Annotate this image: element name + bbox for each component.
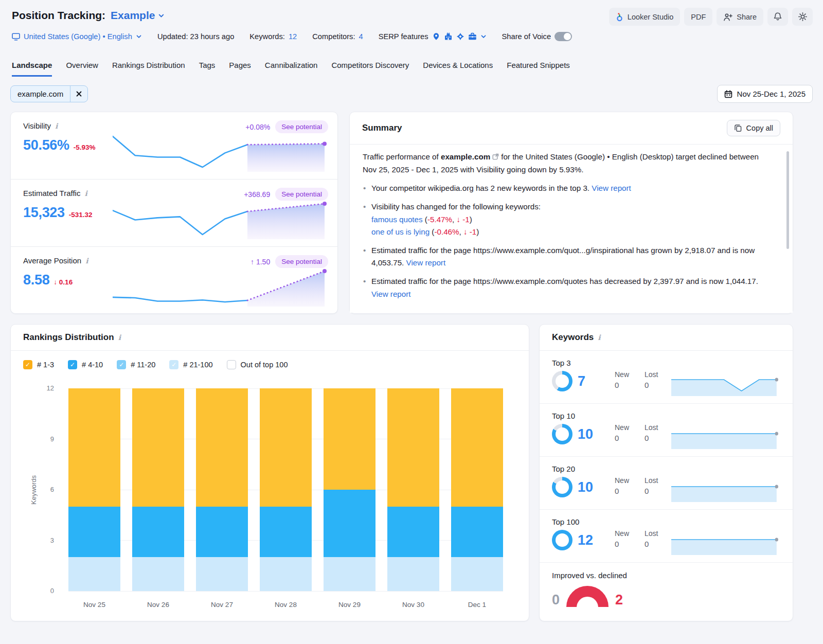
keywords-row-title: Top 10	[552, 412, 615, 420]
new-value: 0	[615, 487, 636, 495]
bar-segment-1-3	[196, 388, 248, 507]
info-icon[interactable]: i	[84, 189, 87, 198]
x-tick-label: Nov 30	[387, 601, 439, 609]
tab-competitors-discovery[interactable]: Competitors Discovery	[331, 61, 409, 77]
bar-segment-4-10	[68, 507, 120, 558]
improved-vs-declined-label: Improved vs. declined	[552, 571, 780, 580]
view-report-link[interactable]: View report	[371, 290, 411, 298]
external-link-icon[interactable]	[492, 153, 499, 160]
negative-change: -5.47%	[427, 215, 452, 224]
summary-bullet: Estimated traffic for the page https://w…	[363, 275, 772, 300]
filter-1-3[interactable]: ✓# 1-3	[23, 360, 54, 369]
x-tick-label: Nov 27	[196, 601, 248, 609]
filter-11-20[interactable]: ✓# 11-20	[117, 360, 155, 369]
summary-text: )	[476, 227, 479, 236]
looker-studio-button[interactable]: Looker Studio	[609, 8, 680, 26]
view-report-link[interactable]: View report	[592, 184, 631, 192]
copy-all-button[interactable]: Copy all	[727, 120, 780, 136]
checked-checkbox[interactable]: ✓	[117, 360, 126, 369]
project-name: Example	[111, 9, 155, 22]
filter-out-of-top-100[interactable]: Out of top 100	[227, 360, 288, 369]
summary-domain: example.com	[441, 152, 490, 161]
tab-tags[interactable]: Tags	[199, 61, 216, 77]
tab-overview[interactable]: Overview	[66, 61, 98, 77]
page-title: Position Tracking:	[12, 9, 105, 22]
stacked-bar-dec-1	[451, 388, 503, 591]
view-report-link[interactable]: famous quotes	[371, 215, 423, 224]
position-value: 8.58	[23, 272, 49, 288]
target-label: United States (Google) • English	[24, 32, 132, 41]
new-column: New0	[615, 423, 636, 442]
bar-segment-21-100	[451, 557, 503, 591]
date-range-picker[interactable]: Nov 25-Dec 1, 2025	[717, 85, 813, 103]
view-report-link[interactable]: View report	[406, 258, 446, 267]
keywords-row-value: 12	[578, 532, 593, 548]
info-icon[interactable]: i	[118, 333, 121, 342]
view-report-link[interactable]: one of us is lying	[371, 227, 430, 236]
domain-filter-chip[interactable]: example.com	[10, 85, 88, 102]
bar-segment-21-100	[68, 557, 120, 591]
new-column: New0	[615, 529, 636, 548]
tab-pages[interactable]: Pages	[229, 61, 251, 77]
keywords-count-value[interactable]: 12	[289, 32, 297, 41]
copy-all-label: Copy all	[746, 124, 773, 132]
new-label: New	[615, 529, 636, 538]
checked-checkbox[interactable]: ✓	[68, 360, 77, 369]
notifications-button[interactable]	[767, 8, 788, 26]
share-person-plus-icon	[723, 13, 732, 21]
share-button[interactable]: Share	[717, 8, 763, 26]
target-selector[interactable]: United States (Google) • English	[12, 32, 142, 41]
close-icon[interactable]	[70, 86, 87, 102]
position-delta: ↓ 0.16	[53, 278, 73, 286]
bar-segment-4-10	[260, 507, 312, 558]
keywords-rows: Top 37New0Lost0Top 1010New0Lost0Top 2010…	[540, 351, 793, 563]
pdf-button[interactable]: PDF	[684, 8, 712, 26]
traffic-delta: -531.32	[69, 211, 93, 219]
keywords-row-value: 10	[578, 426, 593, 442]
filter-21-100[interactable]: ✓# 21-100	[169, 360, 212, 369]
stacked-bar-nov-25	[68, 388, 120, 591]
bar-segment-1-3	[68, 388, 120, 507]
rankings-distribution-card: Rankings Distributioni ✓# 1-3✓# 4-10✓# 1…	[10, 324, 529, 621]
rankings-title: Rankings Distribution	[23, 332, 114, 343]
new-value: 0	[615, 381, 636, 389]
settings-button[interactable]	[792, 8, 813, 26]
info-icon[interactable]: i	[55, 122, 58, 130]
filter-label: Out of top 100	[241, 361, 288, 369]
tab-devices-locations[interactable]: Devices & Locations	[423, 61, 493, 77]
bar-segment-1-3	[260, 388, 312, 507]
lost-label: Lost	[645, 370, 666, 379]
checked-checkbox[interactable]: ✓	[169, 360, 178, 369]
bar-segment-21-100	[260, 557, 312, 591]
competitors-count-label: Competitors:	[312, 32, 355, 41]
keywords-row-top-100: Top 10012New0Lost0	[540, 510, 793, 563]
position-metric: Average Positioni 8.58 ↓ 0.16 ↑ 1.50 See…	[11, 247, 337, 314]
donut-chart	[552, 424, 572, 444]
tab-cannibalization[interactable]: Cannibalization	[265, 61, 318, 77]
summary-scrollbar[interactable]	[786, 151, 789, 249]
stacked-bar-nov-26	[132, 388, 184, 591]
unchecked-checkbox[interactable]	[227, 360, 236, 369]
info-icon[interactable]: i	[598, 333, 600, 342]
chevron-down-icon	[158, 12, 165, 19]
project-picker[interactable]: Example	[111, 9, 165, 22]
tab-landscape[interactable]: Landscape	[12, 61, 52, 77]
visibility-value: 50.56%	[23, 137, 69, 153]
info-icon[interactable]: i	[85, 257, 88, 265]
rankings-chart: Keywords 036912 Nov 25Nov 26Nov 27Nov 28…	[23, 384, 518, 614]
tab-featured-snippets[interactable]: Featured Snippets	[507, 61, 570, 77]
serp-features[interactable]: SERP features	[379, 32, 487, 41]
summary-bullet: Visibility has changed for the following…	[363, 201, 772, 239]
negative-change: ↓ -1	[463, 227, 476, 236]
filter-4-10[interactable]: ✓# 4-10	[68, 360, 103, 369]
keywords-row-sparkline	[671, 534, 780, 555]
bar-segment-4-10	[132, 507, 184, 558]
visibility-metric: Visibilityi 50.56% -5.93% +0.08% See pot…	[11, 112, 337, 180]
y-tick-label: 6	[50, 486, 54, 493]
share-of-voice-toggle[interactable]	[554, 32, 572, 41]
share-label: Share	[737, 13, 757, 21]
tab-rankings-distribution[interactable]: Rankings Distribution	[112, 61, 185, 77]
checked-checkbox[interactable]: ✓	[23, 360, 32, 369]
filter-label: # 11-20	[131, 361, 155, 369]
competitors-count-value[interactable]: 4	[359, 32, 363, 41]
